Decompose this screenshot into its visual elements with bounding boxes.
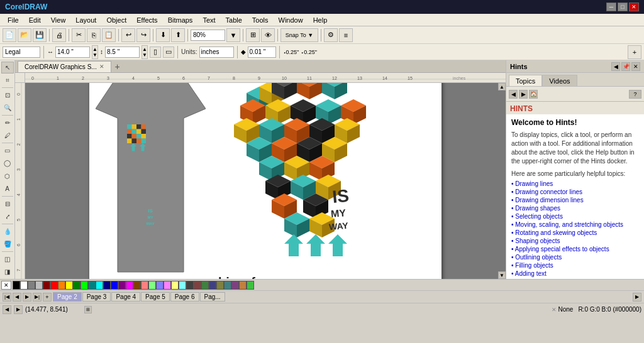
menu-item-layout[interactable]: Layout — [70, 15, 101, 25]
canvas-content[interactable]: IS MY WAY — [25, 83, 506, 279]
color-swatch[interactable] — [65, 281, 73, 290]
hint-link[interactable]: • Outlining objects — [511, 254, 639, 261]
page-last-button[interactable]: ▶| — [33, 293, 42, 302]
hints-home-button[interactable]: 🏠 — [529, 90, 538, 99]
hint-link[interactable]: • Drawing lines — [511, 180, 639, 187]
page-tab-3[interactable]: Page 3 — [82, 292, 111, 302]
color-swatch[interactable] — [194, 281, 201, 290]
page-tab-7[interactable]: Pag... — [200, 292, 225, 302]
menu-item-view[interactable]: View — [46, 15, 71, 25]
snap-indicator[interactable]: ⊞ — [84, 306, 92, 313]
color-swatch[interactable] — [35, 281, 43, 290]
canvas-area[interactable]: 0 1 2 3 4 5 6 7 8 9 10 11 12 13 14 15 in — [15, 73, 506, 279]
add-page-btn[interactable]: + — [628, 45, 641, 59]
zoom-tool[interactable]: 🔍 — [1, 102, 14, 114]
height-spinner[interactable]: ▲▼ — [142, 45, 148, 59]
connector-tool[interactable]: ⤤ — [1, 210, 14, 222]
print-button[interactable]: 🖨 — [52, 28, 66, 42]
color-swatch[interactable] — [126, 281, 133, 290]
hints-close-button[interactable]: ✕ — [631, 62, 640, 71]
color-swatch[interactable] — [179, 281, 186, 290]
no-fill-swatch[interactable]: ✕ — [1, 281, 11, 290]
hints-tab-topics[interactable]: Topics — [509, 75, 542, 86]
color-swatch[interactable] — [247, 281, 254, 290]
shape-tool[interactable]: ⌗ — [1, 74, 14, 86]
color-swatch[interactable] — [43, 281, 50, 290]
cut-button[interactable]: ✂ — [72, 28, 86, 42]
portrait-btn[interactable]: ▯ — [150, 46, 161, 58]
color-swatch[interactable] — [80, 281, 88, 290]
color-swatch[interactable] — [13, 281, 20, 290]
active-document-tab[interactable]: CorelDRAW Graphics S... ✕ — [18, 61, 111, 72]
color-swatch[interactable] — [103, 281, 111, 290]
menu-item-window[interactable]: Window — [274, 15, 308, 25]
add-tab-button[interactable]: + — [113, 62, 123, 72]
scroll-up-button[interactable]: ▲ — [498, 83, 506, 90]
color-swatch[interactable] — [96, 281, 103, 290]
color-swatch[interactable] — [164, 281, 171, 290]
color-swatch[interactable] — [141, 281, 148, 290]
hint-link[interactable]: • Drawing connector lines — [511, 188, 639, 195]
page-tab-6[interactable]: Page 6 — [170, 292, 199, 302]
color-swatch[interactable] — [201, 281, 209, 290]
paste-button[interactable]: 📋 — [102, 28, 116, 42]
hint-link[interactable]: • Drawing dimension lines — [511, 197, 639, 204]
hint-link[interactable]: • Getting help — [511, 278, 639, 279]
menu-item-object[interactable]: Object — [101, 15, 131, 25]
view-toggle[interactable]: ⊞ — [246, 28, 260, 42]
eyedropper-tool[interactable]: 💧 — [1, 226, 14, 237]
color-swatch[interactable] — [224, 281, 231, 290]
page-tab-2[interactable]: Page 2 — [53, 292, 82, 302]
options-button[interactable]: ⚙ — [324, 28, 338, 42]
color-swatch[interactable] — [209, 281, 216, 290]
fill-tool[interactable]: 🪣 — [1, 238, 14, 250]
open-button[interactable]: 📂 — [18, 28, 31, 42]
status-nav-right[interactable]: ▶ — [14, 305, 23, 314]
snap-btn[interactable]: Snap To ▼ — [280, 28, 318, 42]
page-next-button[interactable]: ▶ — [23, 293, 31, 302]
landscape-btn[interactable]: ▭ — [163, 46, 174, 58]
page-first-button[interactable]: |◀ — [3, 293, 11, 302]
freehand-tool[interactable]: ✏ — [1, 117, 14, 129]
undo-button[interactable]: ↩ — [121, 28, 135, 42]
transparency-tool[interactable]: ◨ — [1, 266, 14, 278]
color-swatch[interactable] — [73, 281, 80, 290]
zoom-dropdown[interactable]: ▼ — [226, 28, 240, 42]
units-input[interactable] — [199, 46, 234, 58]
page-tab-4[interactable]: Page 4 — [111, 292, 140, 302]
color-swatch[interactable] — [239, 281, 247, 290]
status-nav-button[interactable]: ◀ — [3, 305, 11, 314]
hint-link[interactable]: • Applying special effects to objects — [511, 246, 639, 253]
add-page-nav-button[interactable]: + — [43, 293, 52, 302]
ellipse-tool[interactable]: ◯ — [1, 157, 14, 169]
redo-button[interactable]: ↪ — [136, 28, 150, 42]
color-swatch[interactable] — [50, 281, 58, 290]
page-tab-5[interactable]: Page 5 — [141, 292, 170, 302]
maximize-button[interactable]: □ — [618, 3, 628, 11]
nudge-input[interactable] — [248, 46, 276, 58]
page-scroll-right[interactable]: ▶ — [633, 293, 641, 302]
more-options[interactable]: ≡ — [339, 28, 353, 42]
rectangle-tool[interactable]: ▭ — [1, 144, 14, 156]
page-preset-input[interactable] — [3, 46, 40, 58]
color-swatch[interactable] — [111, 281, 118, 290]
save-button[interactable]: 💾 — [33, 28, 47, 42]
color-swatch[interactable] — [148, 281, 156, 290]
view-mode[interactable]: 👁 — [261, 28, 275, 42]
menu-item-text[interactable]: Text — [197, 15, 220, 25]
color-swatch[interactable] — [156, 281, 164, 290]
copy-button[interactable]: ⎘ — [87, 28, 101, 42]
height-input[interactable] — [105, 46, 140, 58]
import-button[interactable]: ⬇ — [156, 28, 170, 42]
page-prev-button[interactable]: ◀ — [13, 293, 21, 302]
hints-back-button[interactable]: ◀ — [509, 90, 518, 99]
hint-link[interactable]: • Adding text — [511, 270, 639, 277]
color-swatch[interactable] — [133, 281, 141, 290]
hint-link[interactable]: • Filling objects — [511, 262, 639, 269]
hint-link[interactable]: • Rotating and skewing objects — [511, 229, 639, 236]
crop-tool[interactable]: ⊡ — [1, 89, 14, 101]
hint-link[interactable]: • Shaping objects — [511, 237, 639, 244]
hints-forward-button[interactable]: ▶ — [519, 90, 528, 99]
color-swatch[interactable] — [186, 281, 194, 290]
hint-link[interactable]: • Drawing shapes — [511, 205, 639, 212]
